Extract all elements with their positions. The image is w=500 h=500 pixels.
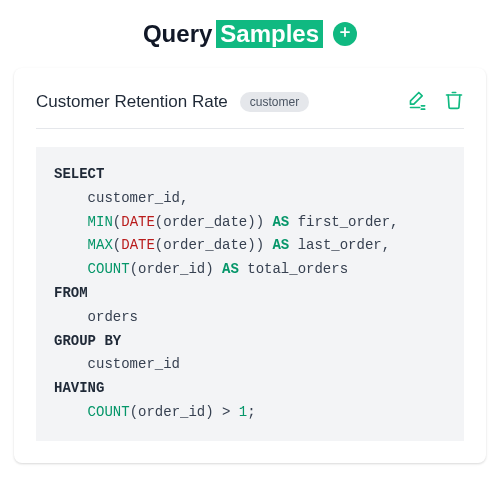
- delete-button[interactable]: [444, 90, 464, 114]
- card-tag: customer: [240, 92, 309, 112]
- card-actions: [408, 90, 464, 114]
- page-title: Query Samples: [143, 20, 323, 48]
- divider: [36, 128, 464, 129]
- page-header: Query Samples: [14, 20, 486, 48]
- edit-icon: [408, 90, 428, 114]
- trash-icon: [444, 90, 464, 114]
- title-plain: Query: [143, 20, 212, 48]
- add-query-button[interactable]: [333, 22, 357, 46]
- edit-button[interactable]: [408, 90, 428, 114]
- title-highlight: Samples: [216, 20, 323, 48]
- sql-code-block: SELECT customer_id, MIN(DATE(order_date)…: [36, 147, 464, 441]
- plus-icon: [338, 25, 352, 43]
- card-title: Customer Retention Rate: [36, 92, 228, 112]
- card-header: Customer Retention Rate customer: [36, 90, 464, 114]
- query-card: Customer Retention Rate customer: [14, 68, 486, 463]
